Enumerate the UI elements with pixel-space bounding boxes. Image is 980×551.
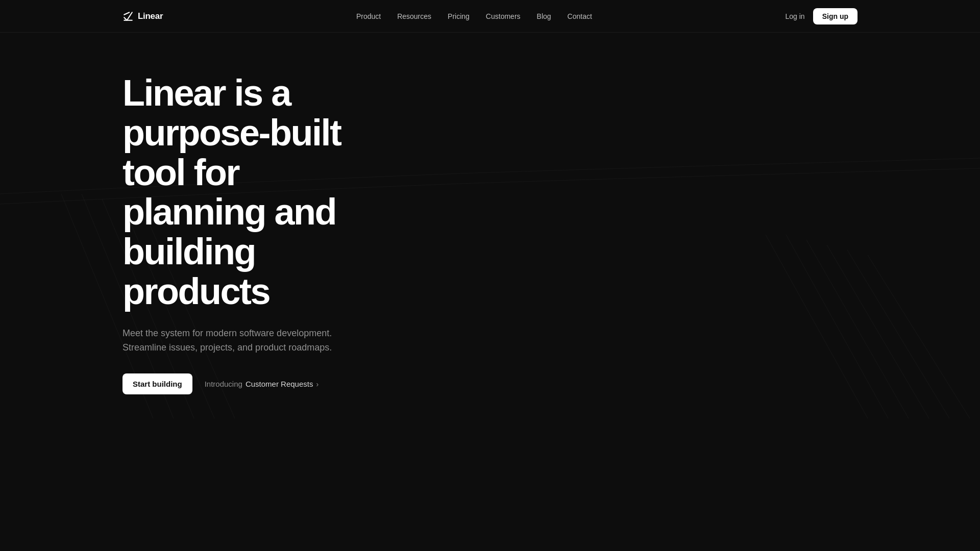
svg-line-6 (786, 235, 888, 418)
nav-blog[interactable]: Blog (537, 12, 551, 20)
svg-line-10 (868, 255, 970, 418)
hero-subtitle-line2: Streamline issues, projects, and product… (122, 342, 332, 353)
nav-contact[interactable]: Contact (568, 12, 592, 20)
nav-product[interactable]: Product (356, 12, 381, 20)
linear-logo-icon (122, 11, 134, 22)
nav-links: Product Resources Pricing Customers Blog… (356, 12, 592, 21)
logo-link[interactable]: Linear (122, 11, 163, 22)
chevron-right-icon: › (316, 380, 318, 388)
hero-subtitle: Meet the system for modern software deve… (122, 326, 388, 356)
svg-line-8 (827, 245, 929, 418)
main-nav: Linear Product Resources Pricing Custome… (0, 0, 980, 33)
svg-line-5 (766, 235, 868, 418)
logo-text: Linear (138, 11, 163, 21)
start-building-button[interactable]: Start building (122, 373, 192, 394)
hero-subtitle-line1: Meet the system for modern software deve… (122, 328, 332, 338)
nav-actions: Log in Sign up (786, 8, 857, 24)
signup-button[interactable]: Sign up (813, 8, 857, 24)
hero-title: Linear is a purpose-built tool for plann… (122, 73, 388, 312)
nav-pricing[interactable]: Pricing (448, 12, 470, 20)
hero-actions: Start building Introducing Customer Requ… (122, 373, 388, 394)
svg-line-9 (847, 250, 949, 418)
nav-customers[interactable]: Customers (486, 12, 521, 20)
nav-resources[interactable]: Resources (397, 12, 431, 20)
svg-line-7 (806, 240, 909, 418)
login-link[interactable]: Log in (786, 12, 805, 20)
hero-section: Linear is a purpose-built tool for plann… (0, 33, 510, 394)
introducing-link-text: Customer Requests (246, 380, 313, 388)
introducing-link[interactable]: Introducing Customer Requests › (205, 380, 318, 388)
introducing-prefix: Introducing (205, 380, 242, 388)
